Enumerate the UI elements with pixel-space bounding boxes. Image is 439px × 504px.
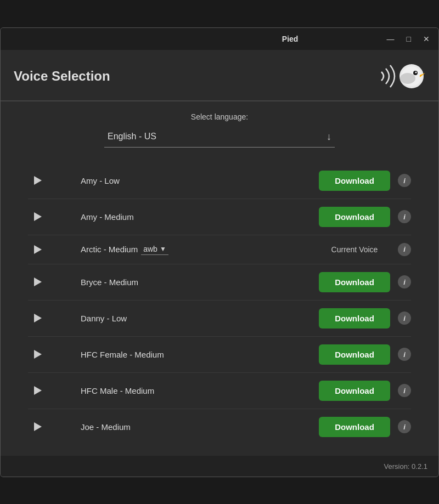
info-button[interactable]: i <box>398 312 411 325</box>
info-icon: i <box>398 243 411 256</box>
info-icon: i <box>398 312 411 325</box>
svg-point-5 <box>400 73 415 84</box>
play-button[interactable] <box>28 278 48 286</box>
app-window: Pied — □ ✕ Voice Selection <box>0 27 439 477</box>
play-icon <box>34 278 42 286</box>
voice-list: Amy - LowDownloadiAmy - MediumDownloadiA… <box>28 163 411 445</box>
info-icon: i <box>398 348 411 361</box>
window-controls: — □ ✕ <box>385 34 432 44</box>
voice-name-text: HFC Male - Medium <box>81 386 319 395</box>
play-icon <box>34 212 42 221</box>
info-button[interactable]: i <box>398 210 411 223</box>
play-button[interactable] <box>28 212 48 221</box>
info-icon: i <box>398 384 411 397</box>
voice-row: HFC Male - MediumDownloadi <box>28 373 411 409</box>
voice-name-text: Amy - Low <box>81 176 319 185</box>
play-button[interactable] <box>28 386 48 395</box>
info-button[interactable]: i <box>398 275 411 288</box>
version-label: Version: 0.2.1 <box>384 462 428 471</box>
language-section: Select language: English - US ↓ <box>28 112 411 148</box>
voice-format-arrow-icon: ▼ <box>160 245 166 253</box>
titlebar: Pied — □ ✕ <box>1 28 438 50</box>
play-button[interactable] <box>28 314 48 322</box>
close-button[interactable]: ✕ <box>421 34 432 44</box>
info-button[interactable]: i <box>398 348 411 361</box>
main-content: Select language: English - US ↓ Amy - Lo… <box>1 101 438 456</box>
svg-point-3 <box>415 71 417 73</box>
voice-row: Danny - LowDownloadi <box>28 301 411 337</box>
play-button[interactable] <box>28 422 48 431</box>
download-button[interactable]: Download <box>319 381 390 401</box>
play-icon <box>34 245 42 254</box>
voice-row: Amy - MediumDownloadi <box>28 199 411 235</box>
voice-name-text: Arctic - Medium <box>81 245 138 254</box>
page-title: Voice Selection <box>14 69 110 84</box>
info-icon: i <box>398 174 411 187</box>
voice-row: HFC Female - MediumDownloadi <box>28 337 411 373</box>
info-icon: i <box>398 420 411 433</box>
header: Voice Selection <box>1 50 438 101</box>
window-title: Pied <box>196 35 385 43</box>
maximize-button[interactable]: □ <box>404 34 413 44</box>
play-icon <box>34 176 42 185</box>
voice-name-text: HFC Female - Medium <box>81 350 319 359</box>
play-button[interactable] <box>28 350 48 359</box>
download-button[interactable]: Download <box>319 207 390 227</box>
download-button[interactable]: Download <box>319 171 390 191</box>
language-dropdown[interactable]: English - US ↓ <box>104 127 335 148</box>
download-button[interactable]: Download <box>319 417 390 437</box>
voice-name-text: Amy - Medium <box>81 212 319 222</box>
current-voice-label: Current Voice <box>319 245 390 254</box>
download-button[interactable]: Download <box>319 308 390 329</box>
play-button[interactable] <box>28 176 48 185</box>
language-selected: English - US <box>108 132 156 141</box>
info-icon: i <box>398 275 411 288</box>
voice-name-text: Danny - Low <box>81 314 319 323</box>
voice-row: Joe - MediumDownloadi <box>28 409 411 445</box>
language-label: Select language: <box>28 112 411 121</box>
play-button[interactable] <box>28 245 48 254</box>
minimize-button[interactable]: — <box>385 34 397 44</box>
voice-format-text: awb <box>143 245 157 253</box>
voice-row: Bryce - MediumDownloadi <box>28 264 411 301</box>
voice-name-text: Joe - Medium <box>81 422 319 432</box>
info-icon: i <box>398 210 411 223</box>
voice-name-text: Bryce - Medium <box>81 278 319 287</box>
voice-format-dropdown[interactable]: awb▼ <box>141 243 168 255</box>
voice-row: Arctic - Mediumawb▼Current Voicei <box>28 235 411 264</box>
download-button[interactable]: Download <box>319 344 390 365</box>
info-button[interactable]: i <box>398 174 411 187</box>
voice-name-container: Arctic - Mediumawb▼ <box>81 243 319 255</box>
language-dropdown-arrow-icon: ↓ <box>327 131 331 143</box>
voice-row: Amy - LowDownloadi <box>28 163 411 199</box>
play-icon <box>34 422 42 431</box>
play-icon <box>34 314 42 322</box>
download-button[interactable]: Download <box>319 272 390 292</box>
info-button[interactable]: i <box>398 243 411 256</box>
footer: Version: 0.2.1 <box>1 456 438 477</box>
info-button[interactable]: i <box>398 420 411 433</box>
play-icon <box>34 386 42 395</box>
info-button[interactable]: i <box>398 384 411 397</box>
play-icon <box>34 350 42 359</box>
app-logo <box>376 60 425 93</box>
